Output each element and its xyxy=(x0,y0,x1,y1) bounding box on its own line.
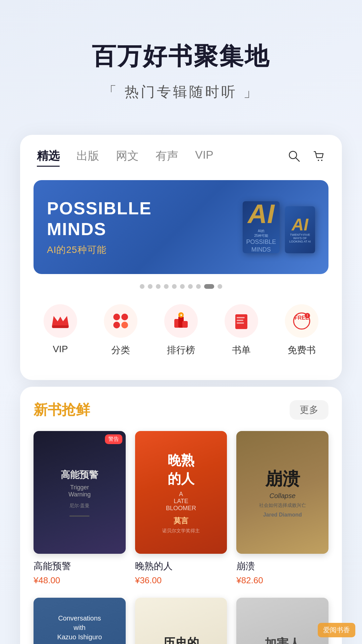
svg-point-6 xyxy=(113,314,120,320)
vip-icon-circle xyxy=(44,304,77,338)
book-cover-bengkui: 崩溃 Collapse 社会如何选择成败兴亡 Jared Diamond xyxy=(236,431,328,554)
book-cover-title-1: 高能预警 xyxy=(61,468,98,481)
section-title: 新书抢鲜 xyxy=(34,400,90,419)
tab-jingxuan[interactable]: 精选 xyxy=(37,148,60,167)
more-button[interactable]: 更多 xyxy=(290,400,328,420)
svg-rect-4 xyxy=(52,325,69,328)
book-cover-title-2: 晚熟的人 xyxy=(168,451,194,488)
banner-book-side-text: TWENTY-FIVEWAYS OFLOOKING AT AI xyxy=(289,233,311,243)
quick-label-booklist: 书单 xyxy=(232,344,251,357)
tab-chuban[interactable]: 出版 xyxy=(76,148,99,167)
quick-item-free[interactable]: FREE ! 免费书 xyxy=(285,304,318,357)
book-item-lishi[interactable]: 历史的温度6 那些执念与信仰 历史的温度6 xyxy=(135,598,227,644)
dot-10[interactable] xyxy=(218,284,222,289)
book-item-bengkui[interactable]: 崩溃 Collapse 社会如何选择成败兴亡 Jared Diamond 崩溃 … xyxy=(236,431,328,586)
book-cover-lishi: 历史的温度6 那些执念与信仰 xyxy=(135,598,227,644)
category-icon-circle xyxy=(104,304,137,338)
dot-5[interactable] xyxy=(172,284,177,289)
book-cover-title-4: ConversationswithKazuo Ishiguro xyxy=(57,613,102,642)
books-row-1: 高能预警 TriggerWarning 尼尔·盖曼 警告 高能预警 ¥48.00… xyxy=(34,431,328,586)
dot-9[interactable] xyxy=(204,284,214,289)
banner[interactable]: POSSIBLLEMINDS AI的25种可能 AI AI的25种可能 POSS… xyxy=(34,180,328,274)
hero-subtitle: 「 热门专辑随时听 」 xyxy=(20,83,342,101)
warning-badge: 警告 xyxy=(105,434,122,444)
book-cover-title-3: 崩溃 xyxy=(265,467,300,491)
svg-line-1 xyxy=(296,158,299,161)
quick-icons: VIP 分类 ★ xyxy=(20,298,342,367)
nav-icons xyxy=(288,150,325,165)
book-cover-en-3: Collapse xyxy=(269,492,296,500)
banner-ai-text-2: AI xyxy=(292,216,308,233)
book-title-bengkui: 崩溃 xyxy=(236,560,328,573)
dot-8[interactable] xyxy=(196,284,201,289)
section-header: 新书抢鲜 更多 xyxy=(34,400,328,420)
banner-sub-title: AI的25种可能 xyxy=(47,244,243,256)
dot-4[interactable] xyxy=(164,284,169,289)
dot-3[interactable] xyxy=(156,284,161,289)
book-price-gaoneng: ¥48.00 xyxy=(34,575,126,586)
svg-rect-12 xyxy=(182,321,188,328)
quick-item-booklist[interactable]: 书单 xyxy=(225,304,258,357)
quick-label-category: 分类 xyxy=(111,344,130,357)
dot-7[interactable] xyxy=(188,284,193,289)
book-item-interview[interactable]: ConversationswithKazuo Ishiguro 访谈一录 石黑一… xyxy=(34,598,126,644)
svg-rect-5 xyxy=(54,323,67,325)
banner-main-title: POSSIBLLEMINDS xyxy=(47,198,243,240)
cart-icon[interactable] xyxy=(312,150,325,165)
book-item-gaoneng[interactable]: 高能预警 TriggerWarning 尼尔·盖曼 警告 高能预警 ¥48.00 xyxy=(34,431,126,586)
banner-dots xyxy=(20,284,342,289)
quick-item-rank[interactable]: ★ 排行榜 xyxy=(164,304,198,357)
book-cover-interview: ConversationswithKazuo Ishiguro 访谈一录 石黑一… xyxy=(34,598,126,644)
svg-rect-15 xyxy=(235,314,247,329)
book-title-wanshu: 晚熟的人 xyxy=(135,560,227,573)
quick-item-category[interactable]: 分类 xyxy=(104,304,137,357)
book-item-wanshu[interactable]: 晚熟的人 ALATEBLOOMER 莫言 诺贝尔文学奖得主 晚熟的人 ¥36.0… xyxy=(135,431,227,586)
svg-rect-18 xyxy=(237,322,244,324)
book-price-bengkui: ¥82.60 xyxy=(236,575,328,586)
banner-books: AI AI的25种可能 POSSIBLEMINDS AI TWENTY-FIVE… xyxy=(243,201,315,253)
books-row-2: ConversationswithKazuo Ishiguro 访谈一录 石黑一… xyxy=(34,598,328,644)
search-icon[interactable] xyxy=(288,150,300,165)
book-cover-gaoneng: 高能预警 TriggerWarning 尼尔·盖曼 警告 xyxy=(34,431,126,554)
dot-1[interactable] xyxy=(140,284,144,289)
dot-2[interactable] xyxy=(148,284,153,289)
hero-title: 百万好书聚集地 xyxy=(20,40,342,72)
svg-point-3 xyxy=(321,160,322,161)
svg-point-7 xyxy=(121,314,128,320)
book-cover-en-2: ALATEBLOOMER xyxy=(166,491,196,512)
banner-book-sub: AI的25种可能 xyxy=(254,229,268,238)
book-cover-author-1: 尼尔·盖曼 xyxy=(69,503,89,509)
svg-point-9 xyxy=(121,322,128,328)
main-card: 精选 出版 网文 有声 VIP POSSI xyxy=(20,135,342,380)
tab-vip[interactable]: VIP xyxy=(195,148,214,167)
quick-label-vip: VIP xyxy=(53,344,68,355)
book-cover-en-1: TriggerWarning xyxy=(68,484,90,498)
book-cover-author-3: Jared Diamond xyxy=(263,512,302,518)
book-cover-author-2: 莫言 xyxy=(174,516,188,526)
svg-point-8 xyxy=(113,322,120,328)
dot-6[interactable] xyxy=(180,284,185,289)
watermark: 爱阅书香 xyxy=(318,623,355,637)
quick-label-rank: 排行榜 xyxy=(167,344,195,357)
svg-text:★: ★ xyxy=(180,313,183,317)
tab-yousheng[interactable]: 有声 xyxy=(156,148,178,167)
quick-label-free: 免费书 xyxy=(288,344,316,357)
banner-ai-text: AI xyxy=(248,201,275,227)
quick-item-vip[interactable]: VIP xyxy=(44,304,77,357)
book-cover-award: 诺贝尔文学奖得主 xyxy=(162,528,200,534)
banner-text-area: POSSIBLLEMINDS AI的25种可能 xyxy=(47,198,243,257)
banner-book-front: AI AI的25种可能 POSSIBLEMINDS xyxy=(243,201,280,253)
nav-tabs: 精选 出版 网文 有声 VIP xyxy=(37,148,288,167)
book-item-jiashu[interactable]: 加害人 加害人 xyxy=(236,598,328,644)
booklist-icon-circle xyxy=(225,304,258,338)
book-cover-title-5: 历史的温度6 xyxy=(163,636,199,644)
book-cover-jiashu: 加害人 xyxy=(236,598,328,644)
book-cover-title-6: 加害人 xyxy=(264,636,301,644)
svg-text:!: ! xyxy=(307,314,308,318)
svg-rect-16 xyxy=(237,317,245,318)
svg-point-2 xyxy=(318,160,319,161)
book-title-gaoneng: 高能预警 xyxy=(34,560,126,573)
tab-wangwen[interactable]: 网文 xyxy=(116,148,139,167)
rank-icon-circle: ★ xyxy=(164,304,198,338)
banner-book-side: AI TWENTY-FIVEWAYS OFLOOKING AT AI xyxy=(285,206,315,253)
